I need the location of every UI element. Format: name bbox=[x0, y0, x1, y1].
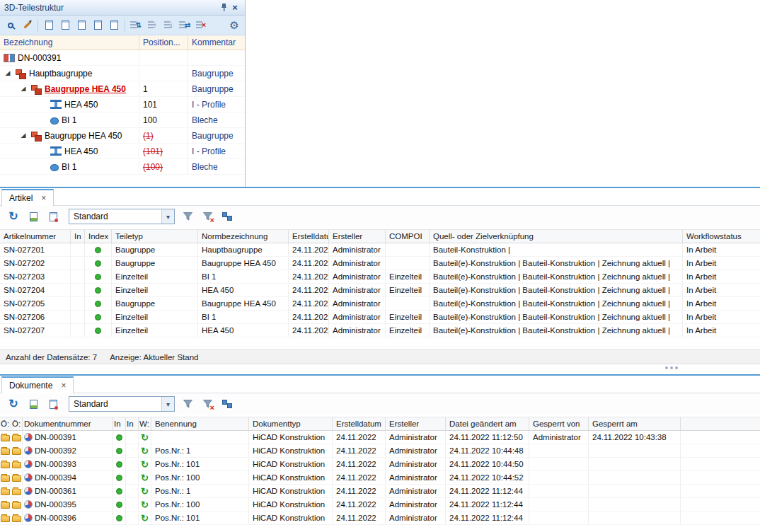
artikel-row[interactable]: SN-027205 Baugruppe Baugruppe HEA 450 24… bbox=[0, 297, 760, 311]
tree-row[interactable]: Hauptbaugruppe Baugruppe bbox=[0, 66, 245, 81]
col-verknuepfung[interactable]: Quell- oder Zielverknüpfung bbox=[430, 230, 683, 243]
search-part-icon[interactable] bbox=[3, 18, 18, 33]
col-erstelldatum[interactable]: Erstelldatum bbox=[289, 230, 329, 243]
sort-ascending-icon[interactable]: ↑ bbox=[144, 18, 160, 33]
combobox-arrow-icon[interactable]: ▾ bbox=[161, 397, 174, 411]
col-gesperrt-von[interactable]: Gesperrt von bbox=[529, 417, 589, 430]
filter-icon[interactable] bbox=[180, 397, 195, 411]
filter-clear-icon[interactable]: × bbox=[200, 397, 214, 411]
tree-row[interactable]: DN-000391 bbox=[0, 50, 245, 66]
dokument-row[interactable]: DN-000391 HiCAD Konstruktion 24.11.2022 … bbox=[0, 431, 760, 444]
artikel-row[interactable]: SN-027202 Baugruppe Baugruppe HEA 450 24… bbox=[0, 257, 760, 270]
col-ersteller[interactable]: Ersteller bbox=[386, 417, 446, 430]
dokument-row[interactable]: DN-000396 Pos.Nr.: 101 HiCAD Konstruktio… bbox=[0, 511, 760, 525]
renumber-positions-icon[interactable]: ⇄ bbox=[177, 18, 192, 33]
delete-positions-icon[interactable]: × bbox=[193, 18, 209, 33]
tab-dokumente[interactable]: Dokumente × bbox=[1, 376, 74, 393]
col-index[interactable]: Index bbox=[85, 230, 112, 243]
copy-structure-icon[interactable] bbox=[41, 18, 57, 33]
dokument-row[interactable]: DN-000361 Pos.Nr.: 1 HiCAD Konstruktion … bbox=[0, 485, 760, 498]
linked-documents-icon[interactable] bbox=[220, 397, 234, 411]
folder-open2-icon[interactable] bbox=[12, 435, 21, 441]
tree-row[interactable]: HEA 450 101 I - Profile bbox=[0, 97, 245, 112]
tab-close-icon[interactable]: × bbox=[41, 194, 46, 202]
view-combobox[interactable]: Standard ▾ bbox=[69, 396, 175, 412]
dokument-row[interactable]: DN-000394 Pos.Nr.: 100 HiCAD Konstruktio… bbox=[0, 471, 760, 485]
col-open1[interactable]: Ö: bbox=[0, 417, 11, 430]
col-dokumentnummer[interactable]: Dokumentnummer bbox=[23, 417, 113, 430]
artikel-header-row[interactable]: Artikelnummer In Index Teiletyp Normbeze… bbox=[0, 229, 760, 243]
tree-row[interactable]: BI 1 100 Bleche bbox=[0, 112, 245, 128]
refresh-icon[interactable]: ↻ bbox=[6, 397, 21, 411]
folder-open2-icon[interactable] bbox=[12, 502, 21, 509]
col-bezeichnung[interactable]: Bezeichnung bbox=[0, 35, 139, 50]
folder-open2-icon[interactable] bbox=[12, 475, 21, 482]
col-in2[interactable]: In bbox=[126, 417, 139, 430]
dokumente-header-row[interactable]: Ö: Ö: Dokumentnummer In In W: Benennung … bbox=[0, 417, 760, 431]
folder-open-icon[interactable] bbox=[1, 475, 10, 482]
col-position[interactable]: Position... bbox=[139, 35, 188, 50]
expander-icon[interactable] bbox=[19, 86, 28, 92]
dokument-row[interactable]: DN-000395 Pos.Nr.: 100 HiCAD Konstruktio… bbox=[0, 498, 760, 511]
col-component[interactable]: COMPOI bbox=[386, 230, 430, 243]
artikel-row[interactable]: SN-027201 Baugruppe Hauptbaugruppe 24.11… bbox=[0, 243, 760, 257]
col-normbezeichnung[interactable]: Normbezeichnung bbox=[198, 230, 289, 243]
tree-row[interactable]: HEA 450 (101) I - Profile bbox=[0, 144, 245, 159]
folder-open-icon[interactable] bbox=[1, 462, 10, 468]
pin-icon[interactable] bbox=[218, 2, 229, 13]
linked-documents-icon[interactable] bbox=[220, 209, 234, 224]
sort-descending-icon[interactable]: ↓ bbox=[161, 18, 176, 33]
col-benennung[interactable]: Benennung bbox=[151, 417, 249, 430]
folder-open-icon[interactable] bbox=[1, 502, 10, 509]
folder-open-icon[interactable] bbox=[1, 449, 10, 455]
folder-open2-icon[interactable] bbox=[12, 449, 21, 455]
col-workflow[interactable]: W: bbox=[139, 417, 151, 430]
edit-mask-icon[interactable] bbox=[46, 397, 60, 411]
folder-open2-icon[interactable] bbox=[12, 462, 21, 468]
folder-open2-icon[interactable] bbox=[12, 516, 21, 522]
result-list-icon[interactable] bbox=[26, 209, 40, 224]
artikel-row[interactable]: SN-027204 Einzelteil HEA 450 24.11.2022 … bbox=[0, 284, 760, 297]
folder-open-icon[interactable] bbox=[1, 516, 10, 522]
col-datei-geaendert[interactable]: Datei geändert am bbox=[446, 417, 529, 430]
col-kommentar[interactable]: Kommentar bbox=[188, 35, 245, 50]
splitter-grip[interactable] bbox=[665, 366, 668, 369]
result-list-icon[interactable] bbox=[26, 397, 40, 411]
positioning-icon[interactable]: ⇅ bbox=[128, 18, 144, 33]
tab-artikel[interactable]: Artikel × bbox=[1, 189, 54, 206]
tree-row[interactable]: Baugruppe HEA 450 1 Baugruppe bbox=[0, 81, 245, 97]
refresh-icon[interactable]: ↻ bbox=[6, 209, 21, 224]
insert-part-icon[interactable] bbox=[74, 18, 89, 33]
print-structure-icon[interactable] bbox=[106, 18, 122, 33]
artikel-row[interactable]: SN-027207 Einzelteil HEA 450 24.11.2022 … bbox=[0, 324, 760, 337]
folder-open2-icon[interactable] bbox=[12, 489, 21, 495]
col-erstelldatum[interactable]: Erstelldatum bbox=[333, 417, 386, 430]
expander-icon[interactable] bbox=[19, 132, 28, 139]
col-in1[interactable]: In bbox=[113, 417, 126, 430]
tree-column-headers[interactable]: Bezeichnung Position... Kommentar bbox=[0, 35, 245, 50]
folder-open-icon[interactable] bbox=[1, 435, 10, 441]
tree-row[interactable]: Baugruppe HEA 450 (1) Baugruppe bbox=[0, 128, 245, 144]
save-structure-icon[interactable] bbox=[90, 18, 105, 33]
edit-part-icon[interactable] bbox=[19, 18, 35, 33]
panel-titlebar[interactable]: 3D-Teilestruktur × bbox=[0, 0, 245, 16]
artikel-row[interactable]: SN-027203 Einzelteil BI 1 24.11.2022 Adm… bbox=[0, 270, 760, 284]
view-combobox[interactable]: Standard ▾ bbox=[69, 209, 175, 224]
filter-icon[interactable] bbox=[180, 209, 195, 224]
col-in[interactable]: In bbox=[71, 230, 85, 243]
artikel-row[interactable]: SN-027206 Einzelteil BI 1 24.11.2022 Adm… bbox=[0, 311, 760, 324]
col-teiletyp[interactable]: Teiletyp bbox=[112, 230, 198, 243]
col-open2[interactable]: Ö: bbox=[11, 417, 23, 430]
col-ersteller[interactable]: Ersteller bbox=[329, 230, 386, 243]
col-workflowstatus[interactable]: Workflowstatus bbox=[683, 230, 760, 243]
dokument-row[interactable]: DN-000392 Pos.Nr.: 1 HiCAD Konstruktion … bbox=[0, 444, 760, 458]
settings-gear-icon[interactable]: ⚙ bbox=[226, 18, 242, 33]
tree-row[interactable]: BI 1 (100) Bleche bbox=[0, 159, 245, 175]
combobox-arrow-icon[interactable]: ▾ bbox=[161, 209, 174, 224]
dokument-row[interactable]: DN-000393 Pos.Nr.: 101 HiCAD Konstruktio… bbox=[0, 458, 760, 471]
close-icon[interactable]: × bbox=[229, 2, 241, 13]
paste-structure-icon[interactable] bbox=[57, 18, 73, 33]
edit-mask-icon[interactable] bbox=[46, 209, 60, 224]
folder-open-icon[interactable] bbox=[1, 489, 10, 495]
col-artikelnummer[interactable]: Artikelnummer bbox=[0, 230, 71, 243]
